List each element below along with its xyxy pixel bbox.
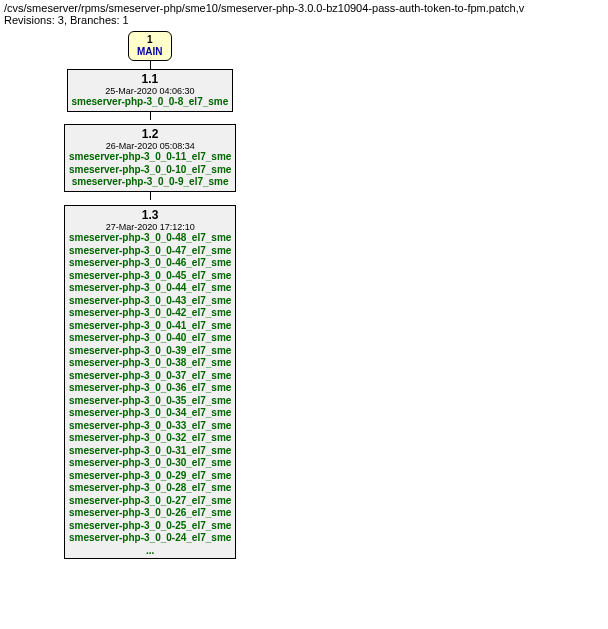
revision-tag: smeserver-php-3_0_0-30_el7_sme — [69, 457, 231, 470]
revision-tag: smeserver-php-3_0_0-36_el7_sme — [69, 382, 231, 395]
revision-tag: smeserver-php-3_0_0-29_el7_sme — [69, 470, 231, 483]
revision-date: 27-Mar-2020 17:12:10 — [69, 222, 231, 232]
revision-box[interactable]: 1.226-Mar-2020 05:08:34smeserver-php-3_0… — [64, 124, 236, 192]
revision-date: 25-Mar-2020 04:06:30 — [72, 86, 229, 96]
revision-number: 1.1 — [72, 72, 229, 86]
revision-date: 26-Mar-2020 05:08:34 — [69, 141, 231, 151]
revision-tag: smeserver-php-3_0_0-11_el7_sme — [69, 151, 231, 164]
revision-tag: smeserver-php-3_0_0-43_el7_sme — [69, 295, 231, 308]
revision-number: 1.2 — [69, 127, 231, 141]
revision-tag: smeserver-php-3_0_0-32_el7_sme — [69, 432, 231, 445]
revision-tag: smeserver-php-3_0_0-31_el7_sme — [69, 445, 231, 458]
revision-tag: smeserver-php-3_0_0-39_el7_sme — [69, 345, 231, 358]
revision-box[interactable]: 1.125-Mar-2020 04:06:30smeserver-php-3_0… — [67, 69, 234, 112]
revision-graph: 1MAIN1.125-Mar-2020 04:06:30smeserver-ph… — [0, 27, 608, 589]
revision-tag: smeserver-php-3_0_0-45_el7_sme — [69, 270, 231, 283]
revision-stats: Revisions: 3, Branches: 1 — [4, 14, 604, 26]
revision-tag: smeserver-php-3_0_0-38_el7_sme — [69, 357, 231, 370]
revision-tag: smeserver-php-3_0_0-8_el7_sme — [72, 96, 229, 109]
revision-tag: smeserver-php-3_0_0-41_el7_sme — [69, 320, 231, 333]
revision-tag: smeserver-php-3_0_0-40_el7_sme — [69, 332, 231, 345]
revision-box[interactable]: 1.327-Mar-2020 17:12:10smeserver-php-3_0… — [64, 205, 236, 559]
connector — [150, 192, 151, 200]
revision-tag: smeserver-php-3_0_0-44_el7_sme — [69, 282, 231, 295]
revision-tag: smeserver-php-3_0_0-27_el7_sme — [69, 495, 231, 508]
revision-tag: smeserver-php-3_0_0-24_el7_sme — [69, 532, 231, 545]
revision-tag: smeserver-php-3_0_0-46_el7_sme — [69, 257, 231, 270]
branch-number: 1 — [137, 34, 163, 46]
connector — [150, 112, 151, 120]
revision-number: 1.3 — [69, 208, 231, 222]
connector — [150, 61, 151, 69]
branch-box[interactable]: 1MAIN — [128, 31, 172, 61]
revision-tag: smeserver-php-3_0_0-9_el7_sme — [69, 176, 231, 189]
revision-tag: smeserver-php-3_0_0-10_el7_sme — [69, 164, 231, 177]
revision-tag: smeserver-php-3_0_0-28_el7_sme — [69, 482, 231, 495]
file-path: /cvs/smeserver/rpms/smeserver-php/sme10/… — [4, 2, 604, 14]
revision-tag: smeserver-php-3_0_0-33_el7_sme — [69, 420, 231, 433]
revision-tag: smeserver-php-3_0_0-25_el7_sme — [69, 520, 231, 533]
branch-name: MAIN — [137, 46, 163, 58]
revision-tag: smeserver-php-3_0_0-48_el7_sme — [69, 232, 231, 245]
header: /cvs/smeserver/rpms/smeserver-php/sme10/… — [0, 0, 608, 27]
revision-tag: smeserver-php-3_0_0-34_el7_sme — [69, 407, 231, 420]
revision-tag: smeserver-php-3_0_0-37_el7_sme — [69, 370, 231, 383]
revision-tag: smeserver-php-3_0_0-47_el7_sme — [69, 245, 231, 258]
revision-tag: smeserver-php-3_0_0-26_el7_sme — [69, 507, 231, 520]
revision-tag: smeserver-php-3_0_0-35_el7_sme — [69, 395, 231, 408]
revision-tags-truncated: ... — [69, 545, 231, 556]
revision-tag: smeserver-php-3_0_0-42_el7_sme — [69, 307, 231, 320]
